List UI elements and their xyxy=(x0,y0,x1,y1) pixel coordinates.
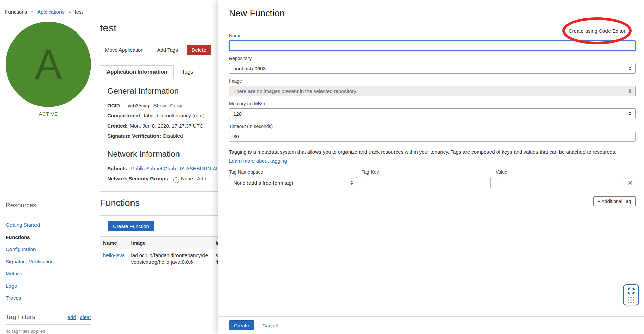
column-header-image[interactable]: Image xyxy=(128,237,213,249)
breadcrumb-current: test xyxy=(75,9,83,15)
dots-grid-icon xyxy=(628,297,634,303)
repository-label: Repository xyxy=(229,55,636,61)
select-stepper-icon xyxy=(350,181,353,185)
sidebar-item-configuration[interactable]: Configuration xyxy=(6,243,91,255)
ocid-label: OCID: xyxy=(107,103,122,108)
subnets-label: Subnets: xyxy=(107,165,129,171)
timeout-label: Timeout (in seconds) xyxy=(229,124,636,129)
select-stepper-icon xyxy=(629,112,631,116)
image-select: There are no images present in the selec… xyxy=(229,86,636,96)
function-image-cell: iad.ocir.io/fahdabidiroottenancy/devopst… xyxy=(128,249,213,268)
panel-footer: Create Cancel xyxy=(218,316,644,334)
repository-select[interactable]: bugbash-0603 xyxy=(229,63,636,74)
tag-filters-empty-text: no tag filters applied xyxy=(6,329,91,334)
tag-filters-heading: Tag Filters xyxy=(6,313,35,321)
delete-button[interactable]: Delete xyxy=(187,45,211,55)
breadcrumb: Functions » Applications » test xyxy=(5,9,83,15)
nsg-value: None xyxy=(181,176,193,181)
help-widget-button[interactable] xyxy=(623,284,639,305)
ocid-show-link[interactable]: Show xyxy=(153,103,166,108)
tag-namespace-label: Tag Namespace xyxy=(229,169,357,175)
tab-application-information[interactable]: Application Information xyxy=(100,65,174,79)
repository-selected-value: bugbash-0603 xyxy=(233,66,266,71)
create-button[interactable]: Create xyxy=(229,320,254,330)
name-input[interactable] xyxy=(229,40,636,51)
nsg-add-link[interactable]: Add xyxy=(197,176,206,181)
subnet-link[interactable]: Public Subnet Qhab:US-ASHBURN-AD-1 xyxy=(131,165,224,171)
compartment-value: fahdabidiroottenancy (root) xyxy=(144,113,205,118)
breadcrumb-applications[interactable]: Applications xyxy=(37,9,65,15)
add-tags-button[interactable]: Add Tags xyxy=(152,45,183,55)
learn-more-tagging-link[interactable]: Learn more about tagging xyxy=(229,158,287,164)
status-badge: ACTIVE xyxy=(6,111,91,117)
resources-sidebar: Resources Getting Started Functions Conf… xyxy=(6,202,91,304)
ocid-value: ...ycb35cvq xyxy=(124,103,149,108)
select-stepper-icon xyxy=(629,66,631,71)
nsg-label: Network Security Groups: xyxy=(107,176,170,181)
tag-entry-row: None (add a free-form tag) × xyxy=(229,177,636,188)
signature-verification-value: Disabled xyxy=(163,133,183,139)
signature-verification-label: Signature Verification: xyxy=(107,133,161,139)
memory-select[interactable]: 128 xyxy=(229,108,636,119)
tab-tags[interactable]: Tags xyxy=(174,66,201,79)
compartment-label: Compartment: xyxy=(107,113,142,118)
move-application-button[interactable]: Move Application xyxy=(100,45,148,55)
memory-label: Memory (in MBs) xyxy=(229,101,636,106)
tag-filters-block: Tag Filters add|clear no tag filters app… xyxy=(6,313,91,334)
sidebar-item-getting-started[interactable]: Getting Started xyxy=(6,219,91,231)
tag-namespace-select[interactable]: None (add a free-form tag) xyxy=(229,177,357,188)
ocid-copy-link[interactable]: Copy xyxy=(170,103,182,108)
tagging-description: Tagging is a metadata system that allows… xyxy=(229,149,636,155)
create-function-button[interactable]: Create Function xyxy=(108,221,154,231)
application-avatar-block: A ACTIVE xyxy=(6,22,91,117)
memory-selected-value: 128 xyxy=(233,111,242,117)
tag-key-input[interactable] xyxy=(362,177,491,188)
timeout-input[interactable] xyxy=(229,131,636,142)
remove-tag-icon[interactable]: × xyxy=(628,178,633,188)
column-header-name[interactable]: Name xyxy=(100,237,128,249)
tag-key-label: Tag Key xyxy=(362,169,491,175)
create-using-code-editor-link[interactable]: Create using Code Editor xyxy=(569,28,625,34)
tag-value-label: Value xyxy=(496,169,622,175)
avatar: A xyxy=(6,22,91,107)
created-value: Mon, Jun 8, 2020, 17:27:37 UTC xyxy=(130,123,204,129)
created-label: Created: xyxy=(107,123,128,129)
function-name-link[interactable]: hello-java xyxy=(103,252,125,258)
sidebar-item-logs[interactable]: Logs xyxy=(6,280,91,292)
tag-filters-divider: | xyxy=(77,314,79,320)
image-selected-value: There are no images present in the selec… xyxy=(233,88,357,94)
cancel-link[interactable]: Cancel xyxy=(262,322,278,328)
sidebar-item-signature-verification[interactable]: Signature Verification xyxy=(6,255,91,268)
resources-heading: Resources xyxy=(6,202,91,214)
tag-filters-clear-link[interactable]: clear xyxy=(80,314,91,320)
red-annotation-ellipse: Create using Code Editor xyxy=(562,17,632,44)
info-icon[interactable]: i xyxy=(173,177,179,183)
select-stepper-icon xyxy=(629,89,631,93)
tag-namespace-selected-value: None (add a free-form tag) xyxy=(233,180,293,186)
breadcrumb-functions[interactable]: Functions xyxy=(5,9,27,15)
tag-filters-add-link[interactable]: add xyxy=(68,314,76,320)
breadcrumb-separator: » xyxy=(68,9,71,15)
breadcrumb-separator: » xyxy=(31,9,33,15)
life-ring-icon xyxy=(627,287,636,295)
additional-tag-button[interactable]: + Additional Tag xyxy=(593,196,636,206)
image-label: Image xyxy=(229,78,636,84)
tag-value-input[interactable] xyxy=(496,177,622,188)
sidebar-item-functions[interactable]: Functions xyxy=(6,231,91,243)
avatar-letter: A xyxy=(35,41,62,88)
sidebar-item-traces[interactable]: Traces xyxy=(6,292,91,304)
sidebar-item-metrics[interactable]: Metrics xyxy=(6,268,91,280)
new-function-panel: New Function Create using Code Editor Na… xyxy=(218,0,644,334)
